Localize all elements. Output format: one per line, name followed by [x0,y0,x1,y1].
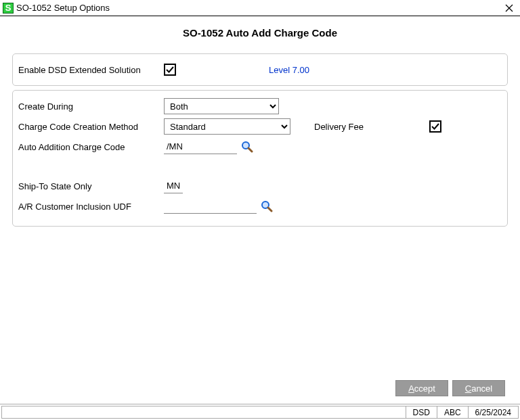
status-bar: DSD ABC 6/25/2024 [0,404,520,420]
app-icon: S [3,3,14,14]
magnifier-icon [241,141,253,153]
method-label: Charge Code Creation Method [18,122,164,132]
settings-panel: Create During Both Charge Code Creation … [12,90,508,227]
accept-button[interactable]: Accept [395,380,448,396]
auto-code-input[interactable] [164,139,237,154]
status-dsd-button[interactable]: DSD [406,406,437,419]
level-text: Level 7.00 [269,65,309,75]
close-icon [505,4,513,12]
delivery-fee-label: Delivery Fee [314,122,429,132]
status-spacer [1,406,406,419]
enable-dsd-label: Enable DSD Extended Solution [18,65,164,75]
ar-udf-label: A/R Customer Inclusion UDF [18,202,164,212]
check-icon [431,122,439,131]
magnifier-icon [261,200,273,212]
shipto-input[interactable] [164,179,183,193]
method-dropdown[interactable]: Standard [164,118,290,135]
cancel-button[interactable]: Cancel [452,380,505,396]
ar-udf-lookup-button[interactable] [261,200,273,212]
enable-panel: Enable DSD Extended Solution Level 7.00 [12,53,508,86]
svg-line-1 [248,148,252,151]
ar-udf-input[interactable] [164,199,257,214]
title-bar: S SO-1052 Setup Options [0,0,520,16]
window-title: SO-1052 Setup Options [16,3,501,13]
page-title: SO-1052 Auto Add Charge Code [0,27,520,39]
button-bar: Accept Cancel [395,380,505,396]
svg-line-3 [268,208,272,211]
delivery-fee-checkbox[interactable] [429,120,441,133]
create-during-dropdown[interactable]: Both [164,98,279,114]
close-button[interactable] [501,1,517,15]
create-during-label: Create During [18,101,164,112]
status-date: 6/25/2024 [468,406,519,419]
auto-code-label: Auto Addition Charge Code [18,142,164,152]
auto-code-lookup-button[interactable] [241,141,253,153]
enable-dsd-checkbox[interactable] [164,64,176,76]
status-abc-button[interactable]: ABC [437,406,469,419]
shipto-label: Ship-To State Only [18,181,164,191]
check-icon [166,66,174,74]
